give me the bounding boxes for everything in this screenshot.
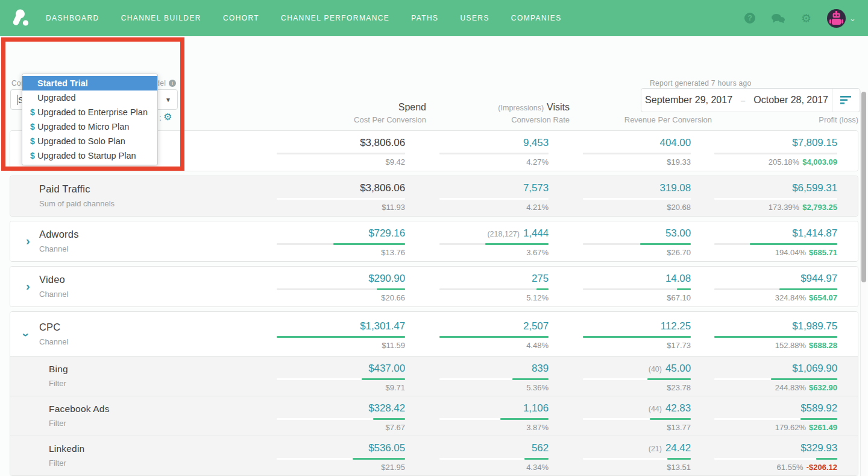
cell-sub-line: 324.84%$654.07 — [691, 293, 837, 302]
cell-main-line: $329.93 — [691, 442, 837, 455]
cell-main-value: 24.42 — [665, 442, 691, 454]
cell-sub-line: 194.04%$685.71 — [691, 248, 837, 257]
cell-main-value: 45.00 — [665, 363, 691, 375]
chevron-down-icon[interactable]: › — [20, 333, 33, 337]
cell-main-value: 2,507 — [523, 320, 549, 332]
cell-bar-fill — [714, 336, 837, 338]
menu-item-upgraded-to-micro-plan[interactable]: $Upgraded to Micro Plan — [22, 119, 157, 134]
cell-main-line: $7,809.15 — [691, 137, 837, 150]
nav-item-channel-performance[interactable]: CHANNEL PERFORMANCE — [281, 14, 389, 22]
dollar-icon: $ — [30, 136, 37, 146]
cell-sub-line: $9.42 — [236, 157, 405, 167]
info-icon[interactable]: i — [169, 80, 176, 87]
cell-spend: $3,806.06$11.93 — [236, 176, 405, 216]
cell-main-value: $1,414.87 — [792, 227, 837, 240]
cell-percent-value: 244.83% — [775, 383, 806, 392]
cell-main-value: 1,106 — [523, 402, 549, 414]
cell-percent-value: 173.39% — [769, 203, 799, 212]
column-header-title: Visits — [547, 102, 570, 112]
cell-main-line: 53.00 — [549, 227, 691, 240]
cell-bar-fill — [512, 378, 549, 380]
row-name-cell: Facebook AdsFilter — [10, 396, 236, 436]
cell-profit-value: -$206.12 — [807, 463, 837, 472]
table-row-cpc[interactable]: ›CPCChannel$1,301.47$11.592,5074.48%112.… — [10, 312, 858, 356]
cell-main-value: 1,444 — [523, 227, 549, 240]
cell-main-line: $1,989.75 — [691, 320, 837, 333]
sort-filter-button[interactable] — [832, 89, 860, 112]
cell-bar-fill — [640, 243, 691, 245]
cell-main-value: $329.93 — [800, 442, 837, 454]
cell-bar-track — [583, 418, 691, 420]
row-name-cell: Paid TrafficSum of paid channels — [10, 176, 236, 216]
cell-paren-value: (44) — [649, 405, 662, 413]
cell-bar-track — [583, 378, 691, 380]
cell-main-value: 319.08 — [660, 182, 691, 194]
nav-item-paths[interactable]: PATHS — [411, 14, 438, 22]
table-row-facebook-ads[interactable]: Facebook AdsFilter$328.42$7.671,1063.87%… — [10, 396, 858, 436]
nav-item-channel-builder[interactable]: CHANNEL BUILDER — [121, 14, 201, 22]
column-header-spend[interactable]: SpendCost Per Conversion — [257, 102, 426, 124]
cell-visits: 2,5074.48% — [405, 312, 549, 356]
cell-sub-line: $13.77 — [549, 423, 691, 432]
cell-main-line: $3,806.06 — [236, 182, 405, 195]
user-menu[interactable]: ⌄ — [827, 9, 856, 28]
app-logo[interactable] — [12, 8, 30, 28]
menu-item-upgraded-to-startup-plan[interactable]: $Upgraded to Startup Plan — [22, 148, 157, 163]
cell-percent-value: 179.62% — [775, 423, 806, 432]
row-subtitle: Channel — [39, 290, 236, 299]
chat-icon[interactable] — [771, 13, 785, 24]
menu-item-label: Upgraded to Solo Plan — [37, 136, 125, 146]
cell-main-line: $3,806.06 — [236, 137, 405, 150]
nav-item-dashboard[interactable]: DASHBOARD — [46, 14, 99, 22]
cell-main-value: $290.90 — [368, 273, 405, 285]
cell-main-value: 9,453 — [523, 137, 549, 149]
menu-item-started-trial[interactable]: Started Trial — [22, 76, 157, 90]
table-row-video[interactable]: ›VideoChannel$290.90$20.662755.12%14.08$… — [10, 267, 858, 306]
nav-item-users[interactable]: USERS — [460, 14, 489, 22]
cell-bar-track — [277, 288, 405, 290]
cell-sub-line: $23.78 — [549, 383, 691, 392]
cell-percent-value: 205.18% — [769, 157, 799, 167]
menu-item-label: Upgraded to Startup Plan — [37, 151, 136, 160]
cell-percent-value: 61.55% — [777, 463, 804, 472]
cell-revenue: $944.97324.84%$654.07 — [691, 267, 837, 306]
cell-bar-track — [439, 336, 549, 338]
menu-item-upgraded[interactable]: Upgraded — [22, 90, 157, 105]
menu-item-upgraded-to-enterprise-plan[interactable]: $Upgraded to Enterprise Plan — [22, 105, 157, 119]
date-range-picker[interactable]: September 29, 2017 – October 28, 2017 — [641, 88, 860, 112]
help-icon[interactable]: ? — [744, 13, 755, 24]
cell-sub-line: 205.18%$4,003.09 — [691, 157, 837, 167]
cell-sub-line: 179.62%$261.49 — [691, 423, 837, 432]
cell-main-value: $328.42 — [368, 402, 405, 414]
nav-item-companies[interactable]: COMPANIES — [511, 14, 562, 22]
gear-icon[interactable]: ⚙ — [801, 13, 811, 24]
nav-items: DASHBOARDCHANNEL BUILDERCOHORTCHANNEL PE… — [46, 14, 583, 22]
cell-revenue: $1,414.87194.04%$685.71 — [691, 221, 837, 261]
cell-main-line: $536.05 — [236, 442, 405, 455]
cell-revenue: $1,989.75152.88%$688.28 — [691, 312, 837, 356]
column-header-visits[interactable]: (Impressions)VisitsConversion Rate — [426, 102, 570, 124]
chevron-right-icon[interactable]: › — [26, 235, 30, 247]
cell-main-value: 42.83 — [665, 402, 691, 414]
table-row-linkedin[interactable]: LinkedinFilter$536.05$21.955624.34%(21)2… — [10, 436, 858, 475]
cell-main-value: 275 — [532, 273, 549, 285]
hidden-colon: : — [159, 113, 162, 122]
cell-bar-track — [439, 153, 549, 154]
row-title: Adwords — [39, 229, 236, 240]
cell-revenue: $329.9361.55%-$206.12 — [691, 436, 837, 475]
table-row-paid-traffic[interactable]: Paid TrafficSum of paid channels$3,806.0… — [10, 176, 858, 216]
chevron-right-icon[interactable]: › — [26, 280, 30, 292]
table-row-adwords[interactable]: ›AdwordsChannel$729.16$13.76(218,127)1,4… — [10, 221, 858, 261]
cell-profit-value: $688.28 — [809, 341, 837, 350]
cell-bar-track — [583, 198, 691, 200]
nav-item-cohort[interactable]: COHORT — [223, 14, 259, 22]
cell-bar-track — [439, 458, 549, 460]
chevron-down-icon: ▼ — [165, 97, 171, 103]
menu-item-upgraded-to-solo-plan[interactable]: $Upgraded to Solo Plan — [22, 134, 157, 148]
settings-gear-icon[interactable]: ⚙ — [163, 112, 172, 122]
scrollbar-thumb[interactable] — [861, 92, 866, 282]
cell-sub-line: $20.68 — [549, 203, 691, 212]
cell-sub-line: $26.70 — [549, 248, 691, 257]
cell-conversions: (40)45.00$23.78 — [549, 357, 691, 396]
table-row-bing[interactable]: BingFilter$437.00$9.718395.36%(40)45.00$… — [10, 356, 858, 396]
